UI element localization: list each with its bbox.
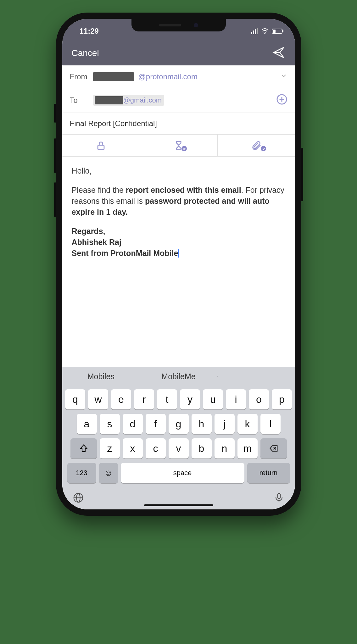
mic-icon — [274, 492, 284, 503]
attachment-button[interactable] — [218, 135, 295, 156]
key-u[interactable]: u — [203, 389, 223, 409]
battery-icon — [272, 29, 282, 34]
suggestion-3[interactable] — [217, 372, 295, 381]
key-n[interactable]: n — [215, 438, 235, 458]
key-shift[interactable] — [70, 438, 97, 458]
keyboard: Mobiles MobileMe q w e r t y u i o — [62, 367, 295, 509]
key-h[interactable]: h — [192, 414, 212, 434]
key-return[interactable]: return — [247, 463, 290, 483]
home-indicator[interactable] — [144, 504, 213, 506]
notch — [131, 19, 226, 31]
cellular-icon — [251, 28, 258, 34]
lock-icon — [96, 140, 106, 151]
key-e[interactable]: e — [111, 389, 131, 409]
add-recipient-button[interactable] — [276, 94, 287, 107]
cancel-button[interactable]: Cancel — [72, 48, 99, 58]
key-o[interactable]: o — [249, 389, 269, 409]
to-domain: @gmail.com — [123, 96, 163, 104]
chevron-down-icon[interactable] — [280, 72, 287, 81]
expiration-button[interactable] — [140, 135, 218, 156]
compose-toolbar — [62, 135, 295, 157]
phone-frame: 11:29 Cancel From @protonmail.com — [56, 13, 301, 516]
key-l[interactable]: l — [260, 414, 281, 434]
keyboard-row-4: 123 ☺ space return — [65, 463, 293, 483]
key-m[interactable]: m — [237, 438, 258, 458]
key-v[interactable]: v — [169, 438, 189, 458]
key-d[interactable]: d — [123, 414, 143, 434]
side-button — [54, 104, 56, 123]
svg-rect-10 — [277, 493, 280, 499]
encryption-button[interactable] — [62, 135, 140, 156]
globe-button[interactable] — [73, 492, 84, 504]
key-r[interactable]: r — [134, 389, 154, 409]
suggestion-1[interactable]: Mobiles — [62, 368, 140, 386]
key-a[interactable]: a — [77, 414, 97, 434]
send-button[interactable] — [272, 46, 286, 61]
key-c[interactable]: c — [146, 438, 166, 458]
suggestion-2[interactable]: MobileMe — [140, 368, 217, 386]
from-redacted — [93, 72, 134, 81]
key-b[interactable]: b — [192, 438, 212, 458]
check-icon — [261, 146, 266, 151]
to-redacted — [95, 96, 123, 104]
to-label: To — [70, 96, 89, 105]
key-k[interactable]: k — [237, 414, 258, 434]
to-field[interactable]: To @gmail.com — [62, 88, 295, 113]
key-j[interactable]: j — [215, 414, 235, 434]
compose-nav-bar: Cancel — [62, 41, 295, 65]
key-y[interactable]: y — [180, 389, 200, 409]
key-space[interactable]: space — [121, 463, 244, 483]
key-backspace[interactable] — [260, 438, 287, 458]
volume-up-button — [54, 138, 56, 173]
volume-down-button — [54, 182, 56, 217]
subject-field[interactable]: Final Report [Confidential] — [62, 113, 295, 135]
backspace-icon — [269, 444, 278, 453]
key-g[interactable]: g — [169, 414, 189, 434]
body-closing: Regards, Abhishek Raj Sent from ProtonMa… — [72, 226, 286, 259]
svg-point-0 — [264, 33, 265, 34]
from-field[interactable]: From @protonmail.com — [62, 65, 295, 88]
key-123[interactable]: 123 — [67, 463, 96, 483]
globe-icon — [73, 492, 84, 503]
key-w[interactable]: w — [88, 389, 108, 409]
check-icon — [181, 146, 187, 151]
from-label: From — [70, 72, 89, 81]
message-body[interactable]: Hello, Please find the report enclosed w… — [62, 157, 295, 367]
power-button — [301, 148, 303, 201]
body-greeting: Hello, — [72, 165, 286, 176]
svg-rect-4 — [98, 145, 104, 149]
key-s[interactable]: s — [100, 414, 120, 434]
keyboard-row-2: a s d f g h j k l — [65, 414, 293, 434]
key-emoji[interactable]: ☺ — [99, 463, 118, 483]
key-z[interactable]: z — [100, 438, 120, 458]
key-i[interactable]: i — [226, 389, 246, 409]
paperclip-icon — [251, 140, 262, 151]
keyboard-footer — [62, 487, 295, 506]
status-time: 11:29 — [75, 24, 99, 36]
keyboard-row-3: z x c v b n m — [65, 438, 293, 458]
from-domain: @protonmail.com — [138, 72, 198, 81]
dictation-button[interactable] — [274, 492, 284, 504]
key-p[interactable]: p — [272, 389, 292, 409]
to-recipient-chip[interactable]: @gmail.com — [93, 95, 165, 106]
wifi-icon — [261, 28, 269, 34]
text-cursor — [178, 249, 179, 258]
suggestion-bar: Mobiles MobileMe — [62, 367, 295, 386]
shift-icon — [79, 444, 88, 453]
key-q[interactable]: q — [65, 389, 85, 409]
keyboard-row-1: q w e r t y u i o p — [65, 389, 293, 409]
key-x[interactable]: x — [123, 438, 143, 458]
key-t[interactable]: t — [157, 389, 177, 409]
key-f[interactable]: f — [146, 414, 166, 434]
body-paragraph: Please find the report enclosed with thi… — [72, 185, 286, 218]
